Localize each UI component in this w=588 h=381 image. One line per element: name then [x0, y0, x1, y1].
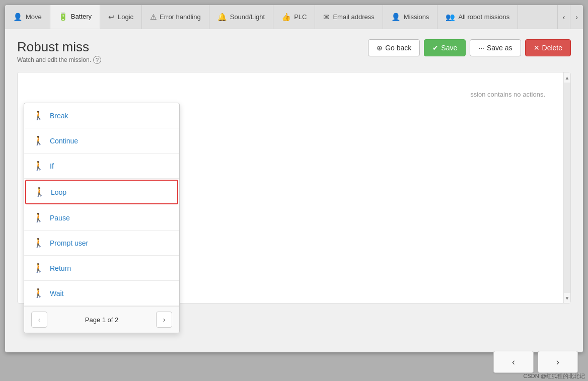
break-robot-icon: 🚶 [33, 110, 44, 121]
tab-all-robot-label: All robot missions [458, 13, 509, 21]
tab-plc-label: PLC [294, 13, 307, 21]
missions-icon: 👤 [391, 13, 401, 22]
main-window: 👤 Move 🔋 Battery ↩ Logic ⚠ Error handlin… [5, 5, 583, 352]
save-as-label: Save as [487, 44, 512, 52]
dropdown-item-prompt-user[interactable]: 🚶 Prompt user [24, 231, 179, 256]
save-check-icon: ✔ [432, 44, 438, 52]
tab-missions[interactable]: 👤 Missions [383, 5, 438, 29]
dropdown-item-if[interactable]: 🚶 If [24, 154, 179, 179]
page-prev-btn[interactable]: ‹ [31, 312, 47, 328]
tab-logic-label: Logic [118, 13, 133, 21]
page-title: Robust miss [17, 39, 101, 55]
save-as-dots-icon: ··· [478, 44, 484, 52]
empty-mission-text: ssion contains no actions. [460, 81, 555, 108]
dropdown-item-break[interactable]: 🚶 Break [24, 103, 179, 128]
scrollbar-down[interactable]: ▼ [564, 293, 571, 303]
if-label: If [50, 162, 54, 170]
tab-move-label: Move [26, 13, 42, 21]
continue-robot-icon: 🚶 [33, 135, 44, 146]
pause-robot-icon: 🚶 [33, 212, 44, 223]
email-icon: ✉ [323, 13, 330, 22]
break-label: Break [50, 112, 68, 120]
tab-prev-btn[interactable]: ‹ [557, 5, 570, 29]
tab-battery-label: Battery [71, 13, 92, 20]
action-buttons: ⊕ Go back ✔ Save ··· Save as ✕ Delete [368, 39, 571, 56]
bottom-next-btn[interactable]: › [538, 351, 578, 373]
sound-icon: 🔔 [217, 13, 227, 22]
dropdown-item-continue[interactable]: 🚶 Continue [24, 128, 179, 154]
page-next-btn[interactable]: › [156, 312, 172, 328]
tab-email-label: Email address [333, 13, 374, 21]
move-icon: 👤 [13, 13, 23, 22]
return-label: Return [50, 264, 71, 272]
tab-error-handling[interactable]: ⚠ Error handling [142, 5, 209, 29]
tab-battery[interactable]: 🔋 Battery [50, 5, 100, 29]
save-label: Save [441, 44, 457, 52]
tab-next-btn[interactable]: › [570, 5, 583, 29]
watermark: CSDN @红狐狸的北北记 [524, 372, 585, 380]
dropdown-pagination: ‹ Page 1 of 2 › [24, 306, 179, 333]
plc-icon: 👍 [281, 13, 291, 22]
all-robot-icon: 👥 [446, 13, 455, 22]
dropdown-menu: 🚶 Break 🚶 Continue 🚶 If 🚶 Loop [24, 103, 180, 333]
logic-icon: ↩ [108, 13, 115, 22]
scrollbar-up[interactable]: ▲ [564, 72, 571, 83]
go-back-icon: ⊕ [377, 44, 383, 52]
dropdown-item-pause[interactable]: 🚶 Pause [24, 205, 179, 231]
dropdown-item-return[interactable]: 🚶 Return [24, 256, 179, 281]
dropdown-item-loop[interactable]: 🚶 Loop [25, 180, 178, 204]
prompt-robot-icon: 🚶 [33, 238, 44, 248]
page-info: Page 1 of 2 [85, 316, 119, 324]
tab-logic[interactable]: ↩ Logic [100, 5, 142, 29]
go-back-button[interactable]: ⊕ Go back [368, 39, 420, 56]
tab-all-robot[interactable]: 👥 All robot missions [437, 5, 518, 29]
prompt-label: Prompt user [50, 239, 88, 247]
tab-bar: 👤 Move 🔋 Battery ↩ Logic ⚠ Error handlin… [5, 5, 583, 29]
mission-editor: ssion contains no actions. ▲ ▼ 🚶 Break 🚶… [17, 72, 571, 303]
bottom-prev-btn[interactable]: ‹ [493, 351, 534, 373]
wait-robot-icon: 🚶 [33, 288, 44, 298]
tab-sound-light[interactable]: 🔔 Sound/Light [209, 5, 273, 29]
dropdown-item-wait[interactable]: 🚶 Wait [24, 281, 179, 306]
delete-button[interactable]: ✕ Delete [525, 39, 571, 56]
tab-spacer [518, 5, 557, 29]
content-area: Robust miss Watch and edit the mission. … [5, 29, 583, 314]
bottom-next-icon: › [556, 357, 559, 367]
delete-x-icon: ✕ [534, 44, 540, 52]
tab-missions-label: Missions [404, 13, 429, 21]
tab-error-label: Error handling [160, 13, 201, 21]
go-back-label: Go back [385, 44, 411, 52]
if-robot-icon: 🚶 [33, 161, 44, 171]
help-icon[interactable]: ? [93, 56, 101, 64]
bottom-nav: ‹ › [493, 351, 578, 373]
wait-label: Wait [50, 289, 63, 297]
page-title-area: Robust miss Watch and edit the mission. … [17, 39, 101, 64]
continue-label: Continue [50, 137, 78, 145]
page-header: Robust miss Watch and edit the mission. … [17, 39, 571, 64]
save-button[interactable]: ✔ Save [424, 39, 466, 56]
bottom-prev-icon: ‹ [512, 357, 515, 367]
return-robot-icon: 🚶 [33, 263, 44, 273]
battery-icon: 🔋 [58, 12, 68, 21]
delete-label: Delete [542, 44, 562, 52]
tab-plc[interactable]: 👍 PLC [273, 5, 315, 29]
pause-label: Pause [50, 214, 70, 222]
error-icon: ⚠ [150, 13, 157, 22]
loop-label: Loop [51, 188, 66, 196]
loop-robot-icon: 🚶 [34, 187, 45, 197]
tab-move[interactable]: 👤 Move [5, 5, 50, 29]
save-as-button[interactable]: ··· Save as [470, 39, 521, 56]
editor-scrollbar: ▲ ▼ [563, 72, 570, 303]
subtitle-text: Watch and edit the mission. [17, 56, 91, 63]
scrollbar-track [564, 83, 570, 293]
page-subtitle: Watch and edit the mission. ? [17, 56, 101, 64]
tab-email[interactable]: ✉ Email address [315, 5, 383, 29]
tab-sound-label: Sound/Light [230, 13, 265, 21]
